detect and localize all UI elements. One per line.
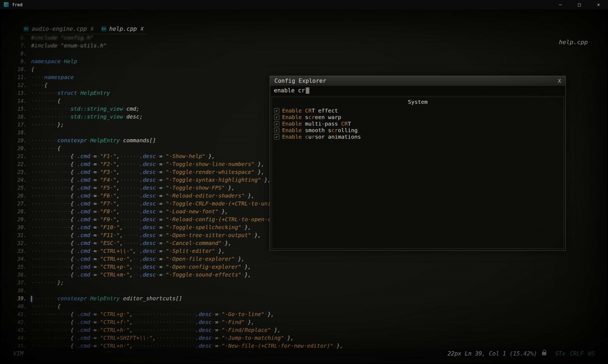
code-text: ············{·.cmd·=·"CTRL+SHIFT+\\·",··…	[31, 334, 294, 342]
code-text: ········constexpr·HelpEntry·editor_short…	[31, 295, 182, 302]
code-text: ············{·.cmd·=·"CTRL+p·",··.desc·=…	[31, 263, 251, 271]
code-text: ············{·.cmd·=·"F3·",······.desc·=…	[31, 168, 264, 176]
code-text: #include·"enum-utils.h"	[31, 42, 107, 50]
line-number: 20.	[10, 144, 31, 152]
code-text: ····{	[31, 81, 47, 89]
checkbox-checked-icon[interactable]: ✓	[274, 108, 279, 113]
line-number: 29.	[10, 216, 31, 223]
config-item-label: Enable cursor animations	[282, 134, 361, 140]
checkbox-checked-icon[interactable]: ✓	[274, 121, 279, 126]
window-titlebar: fred — □ ×	[0, 0, 608, 9]
line-number: 23.	[10, 168, 31, 176]
code-line: 35.············{·.cmd·=·"CTRL+p·",··.des…	[10, 263, 603, 271]
code-line: 38.	[10, 287, 603, 295]
config-explorer-title: Config Explorer	[274, 78, 326, 84]
line-number: 10.	[10, 65, 31, 73]
config-explorer-body: System ✓Enable CRT effect✓Enable screen …	[272, 97, 564, 249]
checkbox-checked-icon[interactable]: ✓	[274, 128, 279, 133]
line-number: 42.	[10, 318, 31, 326]
code-line: 7.#include·"enum-utils.h"	[10, 42, 603, 50]
maximize-button[interactable]: □	[570, 0, 589, 9]
minimize-button[interactable]: —	[551, 0, 570, 9]
status-flags: STxCRLFWS	[551, 350, 595, 357]
line-number: 39.	[10, 295, 31, 302]
config-explorer-close-button[interactable]: X	[558, 78, 561, 84]
code-text: ············{·.cmd·=·"F1·",······.desc·=…	[31, 152, 215, 160]
code-line: 8.	[10, 50, 603, 57]
code-text: ········{	[31, 97, 61, 105]
line-number: 25.	[10, 184, 31, 192]
tab-audio-engine.cpp[interactable]: C+audio-engine.cppX	[23, 26, 94, 32]
code-text: ········{	[31, 302, 61, 310]
config-section-title: System	[272, 99, 564, 105]
line-number: 27.	[10, 200, 31, 208]
status-flag-STx: STx	[555, 350, 565, 357]
line-number: 44.	[10, 334, 31, 342]
code-line: 6.#include·"config.h"	[10, 34, 603, 42]
line-number: 11.	[10, 73, 31, 81]
line-number: 16.	[10, 113, 31, 121]
config-search-query: enable cr	[274, 87, 305, 94]
code-text: namespace·Help	[31, 57, 77, 65]
line-number: 37.	[10, 279, 31, 287]
tab-close-button[interactable]: X	[141, 26, 143, 32]
window-controls: — □ ×	[551, 0, 608, 9]
code-text: ············{·.cmd·=·"CTRL+h·",·········…	[31, 326, 281, 334]
tab-help.cpp[interactable]: C+help.cppX	[101, 26, 143, 32]
line-number: 8.	[10, 50, 31, 57]
code-line: 37.········};	[10, 279, 603, 287]
code-text: ············{·.cmd·=·"F11·",·····.desc·=…	[31, 231, 261, 239]
code-line: 10.{	[10, 65, 603, 73]
config-item[interactable]: ✓Enable smooth scrolling	[272, 127, 564, 134]
line-number: 31.	[10, 231, 31, 239]
config-item[interactable]: ✓Enable screen warp	[272, 114, 564, 120]
line-number: 34.	[10, 255, 31, 263]
config-explorer-panel: Config Explorer X enable cr System ✓Enab…	[270, 76, 566, 251]
code-text: ············{·.cmd·=·"F6·",······.desc·=…	[31, 192, 254, 200]
line-number: 7.	[10, 42, 31, 50]
line-number: 15.	[10, 105, 31, 113]
code-text: ········};	[31, 279, 64, 287]
line-number: 33.	[10, 247, 31, 255]
text-cursor	[306, 87, 309, 94]
code-text: ············{·.cmd·=·"CTRL+f·",·········…	[31, 318, 254, 326]
code-text: ····namespace	[31, 73, 74, 81]
code-text: ············{·.cmd·=·"CTRL+o·",··.desc·=…	[31, 255, 245, 263]
code-line: 43.············{·.cmd·=·"CTRL+h·",······…	[10, 326, 603, 334]
config-item[interactable]: ✓Enable cursor animations	[272, 134, 564, 140]
tab-label: help.cpp	[109, 26, 137, 32]
code-text: ············{·.cmd·=·"F10·",·····.desc·=…	[31, 223, 251, 231]
tab-close-button[interactable]: X	[91, 26, 93, 32]
code-line: 41.············{·.cmd·=·"CTRL+g·",······…	[10, 310, 603, 318]
code-line: 36.············{·.cmd·=·"CTRL+m·",··.des…	[10, 271, 603, 279]
tab-label: audio-engine.cpp	[32, 26, 87, 32]
line-number: 30.	[10, 223, 31, 231]
code-text: ············{·.cmd·=·"F4·",······.desc·=…	[31, 176, 271, 184]
config-items: ✓Enable CRT effect✓Enable screen warp✓En…	[272, 107, 564, 140]
config-item[interactable]: ✓Enable multi-pass CRT	[272, 120, 564, 127]
checkbox-checked-icon[interactable]: ✓	[274, 134, 279, 139]
code-text: ············{·.cmd·=·"F2·",······.desc·=…	[31, 160, 264, 168]
vim-mode-indicator: VIM	[13, 350, 23, 357]
config-item[interactable]: ✓Enable CRT effect	[272, 107, 564, 114]
code-line: 34.············{·.cmd·=·"CTRL+o·",··.des…	[10, 255, 603, 263]
code-text: ············std::string_view·desc;	[31, 113, 143, 121]
code-text: ········};	[31, 121, 64, 129]
window-title: fred	[12, 2, 23, 7]
code-text: ············{·.cmd·=·"CTRL+\\·",·.desc·=…	[31, 247, 225, 255]
code-text: ············{·.cmd·=·"F7·",······.desc·=…	[31, 200, 294, 208]
close-button[interactable]: ×	[589, 0, 608, 9]
line-number: 9.	[10, 57, 31, 65]
line-number: 12.	[10, 81, 31, 89]
line-number: 19.	[10, 136, 31, 144]
code-text: ········struct·HelpEntry	[31, 89, 110, 97]
code-text: ············{·.cmd·=·"CTRL+m·",··.desc·=…	[31, 271, 251, 279]
checkbox-checked-icon[interactable]: ✓	[274, 115, 279, 120]
cpp-file-icon: C+	[101, 26, 107, 32]
config-search-input[interactable]: enable cr	[270, 86, 565, 95]
code-line: 44.············{·.cmd·=·"CTRL+SHIFT+\\·"…	[10, 334, 603, 342]
line-number: 17.	[10, 121, 31, 129]
tab-bar: C+audio-engine.cppXC+help.cppX	[23, 26, 147, 34]
config-item-label: Enable screen warp	[282, 114, 341, 120]
cursor-position-indicator: 22px Ln 39, Col 1 (15.42%)	[447, 350, 537, 357]
